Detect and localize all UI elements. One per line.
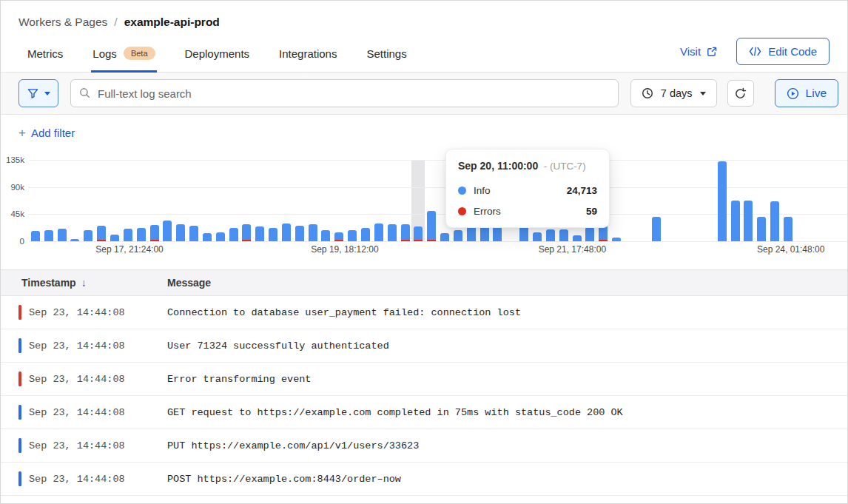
bar-slot[interactable] <box>689 160 702 241</box>
chart-bar[interactable] <box>269 228 277 241</box>
chart-bar[interactable] <box>137 228 146 241</box>
chart-bar[interactable] <box>731 201 740 241</box>
bar-slot[interactable] <box>240 160 254 241</box>
chart-bar[interactable] <box>348 230 357 241</box>
chart-bar[interactable] <box>440 233 449 241</box>
chart-bar[interactable] <box>519 226 528 241</box>
bar-slot[interactable] <box>280 160 293 241</box>
chart-bar[interactable] <box>229 228 238 241</box>
chart-bar[interactable] <box>97 226 106 241</box>
chart-bar[interactable] <box>546 229 555 241</box>
bar-slot[interactable] <box>135 160 148 241</box>
bar-slot[interactable] <box>821 160 835 241</box>
chart-bar[interactable] <box>309 224 317 241</box>
chart-bar[interactable] <box>533 232 542 241</box>
log-row[interactable]: Sep 23, 14:44:08POST https://example.com… <box>1 463 847 496</box>
chart-bar[interactable] <box>454 230 462 241</box>
chart-bar[interactable] <box>189 226 198 241</box>
bar-slot[interactable] <box>187 160 201 241</box>
chart-bar[interactable] <box>559 229 568 241</box>
bar-slot[interactable] <box>781 160 795 241</box>
chart-bar[interactable] <box>242 224 251 241</box>
bar-slot[interactable] <box>399 160 412 241</box>
chart-bar[interactable] <box>70 239 79 241</box>
chart-bar[interactable] <box>770 201 779 241</box>
edit-code-button[interactable]: Edit Code <box>736 38 830 65</box>
chart-bar[interactable] <box>150 225 159 241</box>
bar-slot[interactable] <box>623 160 636 241</box>
bar-slot[interactable] <box>346 160 359 241</box>
bar-slot[interactable] <box>95 160 108 241</box>
timestamp-column-header[interactable]: Timestamp ↓ <box>21 277 167 289</box>
bar-slot[interactable] <box>174 160 187 241</box>
bar-slot[interactable] <box>386 160 399 241</box>
chart-bar[interactable] <box>295 226 304 241</box>
chart-bar[interactable] <box>321 230 330 241</box>
chart-bar[interactable] <box>255 226 264 241</box>
bar-slot[interactable] <box>306 160 320 241</box>
bar-slot[interactable] <box>29 160 42 241</box>
bar-slot[interactable] <box>702 160 716 241</box>
chart-bar[interactable] <box>216 232 225 241</box>
bar-slot[interactable] <box>768 160 781 241</box>
bar-slot[interactable] <box>266 160 280 241</box>
chart-bar[interactable] <box>163 221 172 241</box>
bar-slot[interactable] <box>795 160 808 241</box>
chart-bar[interactable] <box>744 201 753 241</box>
bar-slot[interactable] <box>55 160 69 241</box>
bar-slot[interactable] <box>332 160 346 241</box>
bar-slot[interactable] <box>676 160 689 241</box>
bar-slot[interactable] <box>755 160 768 241</box>
chart-bar[interactable] <box>427 211 436 241</box>
chart-bar[interactable] <box>44 230 53 241</box>
chart-bar[interactable] <box>784 217 793 241</box>
live-button[interactable]: Live <box>775 79 838 107</box>
bar-slot[interactable] <box>729 160 742 241</box>
bar-slot[interactable] <box>108 160 121 241</box>
bar-slot[interactable] <box>411 160 425 241</box>
chart-bar[interactable] <box>176 224 185 241</box>
chart-bar[interactable] <box>58 229 67 241</box>
chart-bar[interactable] <box>573 235 582 241</box>
bar-slot[interactable] <box>161 160 174 241</box>
bar-slot[interactable] <box>650 160 663 241</box>
visit-link[interactable]: Visit <box>680 45 717 58</box>
bar-slot[interactable] <box>663 160 676 241</box>
bar-slot[interactable] <box>372 160 386 241</box>
bar-slot[interactable] <box>293 160 306 241</box>
bar-slot[interactable] <box>253 160 266 241</box>
filter-dropdown-button[interactable] <box>18 79 58 107</box>
bar-slot[interactable] <box>227 160 240 241</box>
tab-logs[interactable]: LogsBeta <box>91 38 156 73</box>
bar-slot[interactable] <box>121 160 135 241</box>
chart-bar[interactable] <box>334 232 343 241</box>
chart-bar[interactable] <box>401 224 410 241</box>
chart-bar[interactable] <box>757 217 766 241</box>
bar-slot[interactable] <box>359 160 372 241</box>
bar-slot[interactable] <box>716 160 729 241</box>
bar-slot[interactable] <box>69 160 82 241</box>
refresh-button[interactable] <box>727 80 754 107</box>
log-row[interactable]: Sep 23, 14:44:08Error transforming event <box>1 363 847 396</box>
time-range-button[interactable]: 7 days <box>630 79 717 107</box>
bar-slot[interactable] <box>742 160 756 241</box>
chart-bar[interactable] <box>718 161 727 241</box>
chart-bar[interactable] <box>388 224 397 241</box>
bar-slot[interactable] <box>42 160 55 241</box>
bar-slot[interactable] <box>320 160 333 241</box>
search-input[interactable] <box>70 79 619 107</box>
bar-slot[interactable] <box>425 160 438 241</box>
bar-slot[interactable] <box>834 160 847 241</box>
bar-slot[interactable] <box>808 160 821 241</box>
log-row[interactable]: Sep 23, 14:44:08GET request to https://e… <box>1 396 847 429</box>
tab-metrics[interactable]: Metrics <box>26 38 64 73</box>
add-filter-button[interactable]: + Add filter <box>18 126 75 141</box>
chart-bar[interactable] <box>374 224 383 241</box>
chart-bar[interactable] <box>612 238 621 241</box>
chart-bar[interactable] <box>84 230 92 241</box>
bar-slot[interactable] <box>201 160 214 241</box>
chart-bar[interactable] <box>493 226 502 241</box>
chart-bar[interactable] <box>585 227 594 241</box>
bar-slot[interactable] <box>214 160 227 241</box>
chart-bar[interactable] <box>203 233 212 241</box>
